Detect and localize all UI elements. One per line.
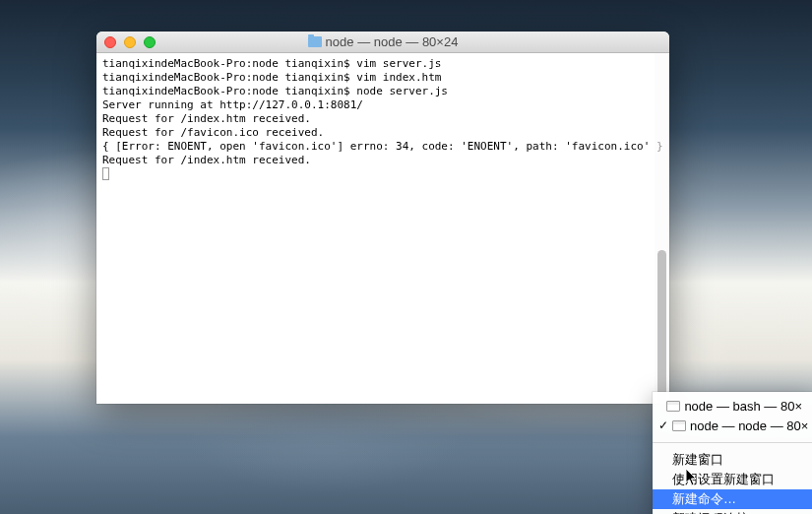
dock-context-menu: node — bash — 80×✓node — node — 80× 新建窗口…: [653, 392, 812, 514]
minimize-button[interactable]: [124, 36, 136, 48]
context-menu-item-label: 新建命令…: [672, 490, 736, 508]
context-menu-item-label: 使用设置新建窗口: [672, 471, 775, 488]
close-button[interactable]: [104, 36, 116, 48]
window-icon: [666, 401, 680, 412]
context-menu-item-label: 新建远程连接…: [672, 510, 762, 514]
checkmark-icon: ✓: [658, 418, 668, 432]
window-title: node — node — 80×24: [96, 34, 669, 49]
context-menu-item-label: node — bash — 80×: [684, 399, 802, 414]
traffic-lights: [96, 36, 156, 48]
window-title-text: node — node — 80×24: [326, 34, 459, 49]
terminal-window: node — node — 80×24 tianqixindeMacBook-P…: [96, 32, 669, 404]
scrollbar-thumb[interactable]: [657, 250, 666, 404]
context-menu-separator: [653, 442, 812, 443]
context-menu-actions: 新建窗口使用设置新建窗口新建命令…新建远程连接…: [653, 446, 812, 514]
context-menu-item[interactable]: 新建命令…: [653, 489, 812, 509]
context-menu-item-label: 新建窗口: [672, 451, 723, 469]
window-icon: [672, 420, 686, 431]
context-menu-item[interactable]: 新建窗口: [653, 450, 812, 470]
zoom-button[interactable]: [144, 36, 156, 48]
scrollbar-track[interactable]: [655, 53, 669, 404]
terminal-cursor: [102, 167, 109, 180]
context-menu-item[interactable]: 新建远程连接…: [653, 509, 812, 514]
window-titlebar[interactable]: node — node — 80×24: [96, 32, 669, 53]
context-menu-item[interactable]: 使用设置新建窗口: [653, 470, 812, 489]
folder-icon: [308, 36, 322, 47]
terminal-output[interactable]: tianqixindeMacBook-Pro:node tianqixin$ v…: [96, 53, 669, 404]
context-menu-window-item[interactable]: ✓node — node — 80×: [653, 416, 812, 435]
context-menu-window-list: node — bash — 80×✓node — node — 80×: [653, 392, 812, 439]
context-menu-window-item[interactable]: node — bash — 80×: [653, 396, 812, 416]
context-menu-item-label: node — node — 80×: [690, 418, 808, 433]
